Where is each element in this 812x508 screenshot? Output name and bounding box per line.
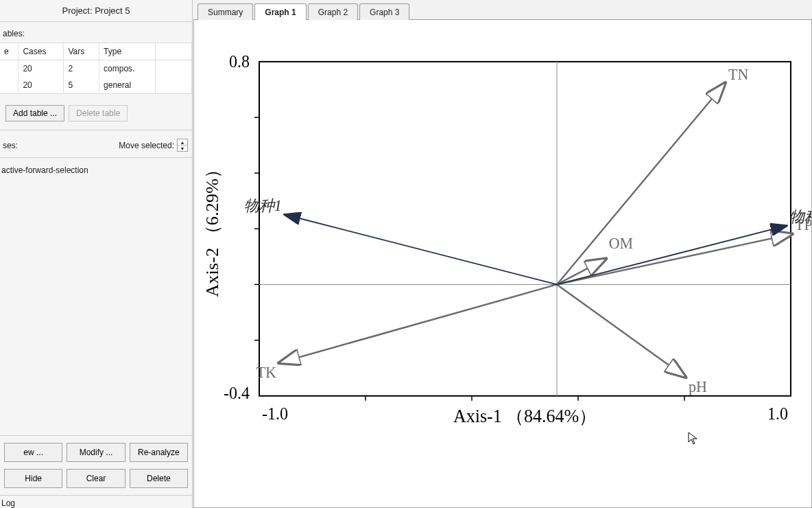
cell-type[interactable]: general: [99, 77, 156, 93]
svg-line-22: [280, 284, 557, 362]
svg-text:0.8: 0.8: [229, 52, 250, 71]
cell-cases[interactable]: 20: [19, 60, 64, 78]
cell-e[interactable]: [0, 60, 19, 78]
table-button-row: Add table ... Delete table: [0, 98, 192, 130]
svg-line-21: [557, 284, 684, 376]
move-selected-spinner[interactable]: ▲ ▼: [177, 139, 188, 152]
tab-graph-2[interactable]: Graph 2: [308, 3, 358, 20]
cell-cases[interactable]: 20: [19, 77, 64, 93]
hide-button[interactable]: Hide: [4, 469, 62, 488]
log-label: Log: [0, 495, 192, 508]
spinner-up-icon[interactable]: ▲: [178, 139, 187, 146]
add-table-button[interactable]: Add table ...: [5, 105, 64, 122]
cell-vars[interactable]: 2: [64, 60, 99, 78]
analyses-header-row: ses: Move selected: ▲ ▼: [0, 133, 192, 158]
tables-section-label: ables:: [0, 22, 192, 43]
project-title: Project: Project 5: [0, 0, 192, 22]
spinner-down-icon[interactable]: ▼: [178, 146, 187, 151]
svg-line-24: [557, 226, 785, 284]
tables-grid[interactable]: e Cases Vars Type 202compos.205general: [0, 43, 192, 94]
modify-button[interactable]: Modify ...: [67, 443, 125, 462]
reanalyze-button[interactable]: Re-analyze: [130, 443, 188, 462]
col-vars[interactable]: Vars: [64, 43, 99, 60]
graph-canvas[interactable]: 0.8-0.4-1.01.0Axis-1 （84.64%）Axis-2 （6.2…: [193, 20, 812, 508]
svg-line-23: [286, 215, 557, 284]
svg-text:Axis-2 （6.29%）: Axis-2 （6.29%）: [202, 161, 222, 297]
table-header-row: e Cases Vars Type: [0, 43, 192, 60]
col-e[interactable]: e: [0, 43, 19, 60]
vector-label-物种2: 物种2: [789, 208, 811, 225]
delete-table-button: Delete table: [69, 105, 128, 122]
vector-label-物种1: 物种1: [244, 197, 282, 214]
table-row[interactable]: 205general: [0, 77, 192, 93]
analysis-btn-row-2: Hide Clear Delete: [0, 469, 192, 495]
analysis-item[interactable]: active-forward-selection: [0, 163, 189, 177]
analyses-list[interactable]: active-forward-selection: [0, 158, 192, 435]
cell-type[interactable]: compos.: [99, 60, 156, 78]
move-selected-label: Move selected:: [119, 141, 174, 150]
svg-text:1.0: 1.0: [767, 404, 788, 423]
svg-line-20: [557, 259, 605, 285]
analyses-section-label: ses:: [3, 141, 18, 150]
tab-bar: SummaryGraph 1Graph 2Graph 3: [193, 0, 812, 20]
tab-graph-1[interactable]: Graph 1: [254, 3, 306, 20]
col-type[interactable]: Type: [99, 43, 156, 60]
left-panel: Project: Project 5 ables: e Cases Vars T…: [0, 0, 193, 508]
table-row[interactable]: 202compos.: [0, 60, 192, 78]
svg-text:-0.4: -0.4: [224, 384, 250, 402]
cell-e[interactable]: [0, 77, 19, 93]
vector-label-pH: pH: [689, 378, 707, 395]
vector-label-TN: TN: [728, 66, 748, 83]
svg-text:-1.0: -1.0: [262, 404, 288, 423]
tab-summary[interactable]: Summary: [198, 3, 253, 20]
analysis-btn-row-1: ew ... Modify ... Re-analyze: [0, 435, 192, 469]
tab-graph-3[interactable]: Graph 3: [359, 3, 409, 20]
new-analysis-button[interactable]: ew ...: [4, 443, 62, 462]
vector-label-OM: OM: [609, 235, 634, 252]
vector-label-TK: TK: [256, 364, 276, 381]
col-cases[interactable]: Cases: [19, 43, 64, 60]
svg-text:Axis-1 （84.64%）: Axis-1 （84.64%）: [453, 406, 597, 426]
cell-vars[interactable]: 5: [64, 77, 99, 93]
delete-button[interactable]: Delete: [130, 469, 188, 488]
clear-button[interactable]: Clear: [67, 469, 125, 488]
right-panel: SummaryGraph 1Graph 2Graph 3 0.8-0.4-1.0…: [193, 0, 812, 508]
